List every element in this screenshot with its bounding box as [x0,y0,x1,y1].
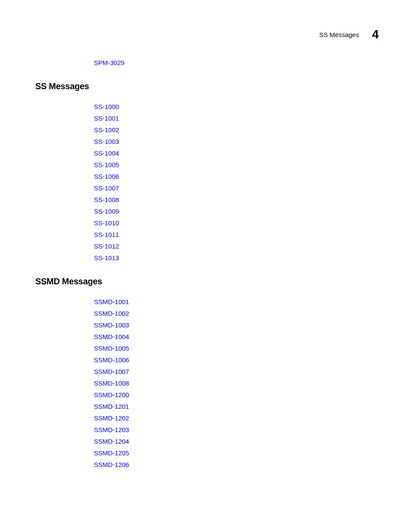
message-link[interactable]: SS-1007 [94,182,379,194]
message-link[interactable]: SS-1008 [94,194,379,205]
message-link[interactable]: SSMD-1200 [94,389,379,401]
message-link[interactable]: SSMD-1007 [94,366,379,377]
message-link[interactable]: SS-1003 [94,136,379,147]
message-link[interactable]: SSMD-1006 [94,354,379,366]
link-list: SS-1000SS-1001SS-1002SS-1003SS-1004SS-10… [94,101,379,264]
pre-link-list: SPM-3029 [94,57,379,68]
message-link[interactable]: SS-1000 [94,101,379,112]
message-link[interactable]: SSMD-1008 [94,377,379,389]
chapter-number: 4 [372,28,379,41]
header-title: SS Messages [319,31,359,38]
message-link[interactable]: SS-1002 [94,124,379,136]
message-link[interactable]: SSMD-1004 [94,331,379,342]
message-link[interactable]: SSMD-1203 [94,424,379,436]
section-heading: SS Messages [35,81,379,91]
section-heading: SSMD Messages [35,277,379,286]
page-header: SS Messages 4 [319,28,379,41]
message-link[interactable]: SSMD-1005 [94,342,379,354]
message-link[interactable]: SSMD-1201 [94,401,379,412]
message-link[interactable]: SSMD-1202 [94,412,379,424]
message-link[interactable]: SS-1001 [94,112,379,124]
link-list: SSMD-1001SSMD-1002SSMD-1003SSMD-1004SSMD… [94,296,379,470]
message-link[interactable]: SSMD-1001 [94,296,379,308]
message-link[interactable]: SS-1005 [94,159,379,171]
message-link[interactable]: SS-1013 [94,252,379,264]
message-link[interactable]: SSMD-1204 [94,436,379,447]
message-link[interactable]: SPM-3029 [94,57,379,68]
message-link[interactable]: SS-1006 [94,171,379,182]
message-link[interactable]: SSMD-1205 [94,447,379,459]
content-area: SPM-3029 SS MessagesSS-1000SS-1001SS-100… [35,57,379,470]
message-link[interactable]: SS-1009 [94,205,379,217]
message-link[interactable]: SSMD-1003 [94,319,379,331]
message-link[interactable]: SS-1004 [94,147,379,159]
message-link[interactable]: SSMD-1002 [94,308,379,319]
message-link[interactable]: SS-1010 [94,217,379,229]
message-link[interactable]: SSMD-1206 [94,459,379,470]
message-link[interactable]: SS-1012 [94,240,379,252]
message-link[interactable]: SS-1011 [94,229,379,240]
